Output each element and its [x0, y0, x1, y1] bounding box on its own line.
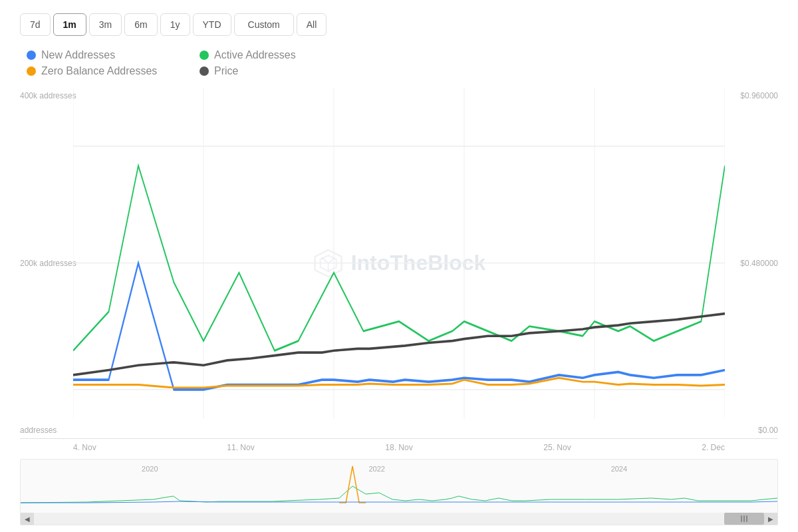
- y-label-200k: 200k addresses: [20, 259, 76, 268]
- btn-custom[interactable]: Custom: [234, 13, 294, 36]
- legend-label-zero: Zero Balance Addresses: [41, 65, 157, 77]
- x-axis: 4. Nov 11. Nov 18. Nov 25. Nov 2. Dec: [20, 439, 778, 456]
- legend-row-2: Zero Balance Addresses Price: [27, 65, 778, 77]
- y-label-price-high: $0.960000: [740, 91, 778, 100]
- btn-ytd[interactable]: YTD: [193, 13, 231, 36]
- legend-price: Price: [200, 65, 372, 77]
- x-label-2dec: 2. Dec: [702, 443, 725, 452]
- grip-line-2: [743, 515, 745, 522]
- btn-1y[interactable]: 1y: [160, 13, 190, 36]
- scroll-thumb-grip: [741, 515, 747, 522]
- x-label-25nov: 25. Nov: [543, 443, 571, 452]
- btn-7d[interactable]: 7d: [20, 13, 51, 36]
- legend-zero-balance: Zero Balance Addresses: [27, 65, 200, 77]
- scroll-left-arrow[interactable]: ◀: [21, 513, 34, 525]
- time-range-toolbar: 7d 1m 3m 6m 1y YTD Custom All: [20, 13, 778, 36]
- chart-legend: New Addresses Active Addresses Zero Bala…: [20, 49, 778, 81]
- mini-chart-inner: 2020 2022 2024 ◀: [21, 460, 777, 525]
- scrollbar: ◀ ▶: [21, 513, 777, 525]
- legend-row-1: New Addresses Active Addresses: [27, 49, 778, 61]
- y-label-price-low: $0.00: [740, 426, 778, 435]
- grip-line-3: [746, 515, 747, 522]
- btn-3m[interactable]: 3m: [89, 13, 122, 36]
- scroll-track[interactable]: [34, 513, 764, 525]
- grip-line-1: [741, 515, 742, 522]
- chart-svg: [73, 88, 725, 438]
- mini-chart: 2020 2022 2024 ◀: [20, 459, 778, 525]
- legend-active-addresses: Active Addresses: [200, 49, 372, 61]
- mini-chart-svg: [21, 460, 777, 509]
- scroll-thumb[interactable]: [724, 513, 764, 525]
- x-label-11nov: 11. Nov: [227, 443, 254, 452]
- btn-1m[interactable]: 1m: [53, 13, 86, 36]
- y-axis-right: $0.960000 $0.480000 $0.00: [740, 88, 778, 438]
- legend-label-new: New Addresses: [41, 49, 115, 61]
- y-label-0: addresses: [20, 426, 76, 435]
- legend-dot-active: [200, 51, 209, 60]
- x-label-4nov: 4. Nov: [73, 443, 96, 452]
- btn-all[interactable]: All: [297, 13, 327, 36]
- legend-new-addresses: New Addresses: [27, 49, 200, 61]
- y-label-price-mid: $0.480000: [740, 259, 778, 268]
- main-chart-area: 400k addresses 200k addresses addresses …: [20, 88, 778, 439]
- main-container: 7d 1m 3m 6m 1y YTD Custom All New Addres…: [0, 0, 798, 532]
- price-line: [73, 314, 725, 375]
- legend-dot-price: [200, 66, 209, 76]
- scroll-right-arrow[interactable]: ▶: [764, 513, 777, 525]
- x-label-18nov: 18. Nov: [385, 443, 412, 452]
- legend-label-price: Price: [214, 65, 238, 77]
- y-label-400k: 400k addresses: [20, 91, 76, 100]
- legend-dot-zero: [27, 66, 36, 76]
- legend-label-active: Active Addresses: [214, 49, 296, 61]
- legend-dot-new: [27, 51, 36, 60]
- btn-6m[interactable]: 6m: [124, 13, 157, 36]
- new-addresses-line: [73, 263, 725, 390]
- y-axis-left: 400k addresses 200k addresses addresses: [20, 88, 76, 438]
- chart-wrapper: 400k addresses 200k addresses addresses …: [20, 88, 778, 525]
